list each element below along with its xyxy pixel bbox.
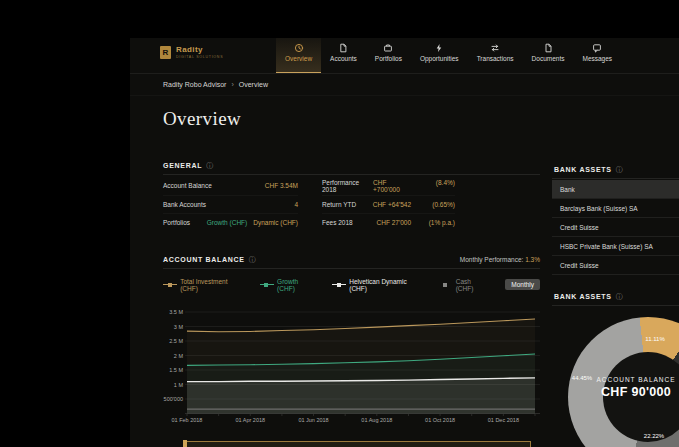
- row-label: Fees 2018: [322, 219, 353, 226]
- general-section-title: GENERAL: [163, 162, 202, 169]
- portfolio-dynamic-link[interactable]: Dynamic (CHF): [253, 219, 298, 226]
- legend-label: Cash (CHF): [456, 278, 489, 292]
- account-balance-line-chart: 3.5 M3 M2.5 M2 M1.5 M1 M500'00001 Feb 20…: [163, 302, 540, 427]
- general-row: Account Balance CHF 3.54M: [163, 177, 298, 196]
- tab-portfolios[interactable]: Portfolios: [366, 38, 411, 73]
- svg-text:01 Jun 2018: 01 Jun 2018: [298, 417, 328, 423]
- row-percent: (8.4%): [419, 179, 455, 193]
- divider: [163, 174, 540, 175]
- divider: [552, 305, 679, 306]
- portfolio-growth-link[interactable]: Growth (CHF): [207, 219, 247, 226]
- info-icon[interactable]: ⓘ: [616, 293, 623, 300]
- bank-list-item[interactable]: Credit Suisse: [552, 218, 679, 237]
- tab-overview[interactable]: Overview: [276, 38, 321, 73]
- svg-text:01 Dec 2018: 01 Dec 2018: [488, 417, 519, 423]
- tab-label: Opportunities: [420, 55, 459, 62]
- bank-list-item[interactable]: Barclays Bank (Suisse) SA: [552, 199, 679, 218]
- row-label: Portfolios: [163, 219, 190, 226]
- bank-list-item[interactable]: Bank: [552, 180, 679, 199]
- period-monthly-button[interactable]: Monthly: [505, 279, 540, 290]
- svg-text:2.5 M: 2.5 M: [169, 338, 183, 344]
- legend-label: Total Investment (CHF): [180, 278, 243, 292]
- svg-text:1 M: 1 M: [174, 382, 184, 388]
- row-label: Return YTD: [322, 201, 356, 208]
- svg-text:2 M: 2 M: [174, 353, 184, 359]
- general-row: Performance 2018 CHF +700'000(8.4%): [322, 177, 455, 196]
- info-icon[interactable]: ⓘ: [206, 162, 213, 169]
- tab-label: Accounts: [330, 55, 357, 62]
- chart-range-slider[interactable]: [183, 441, 531, 447]
- brand-name: Radity: [176, 45, 223, 54]
- legend-cash[interactable]: Cash (CHF): [439, 278, 489, 292]
- row-percent: (1% p.a.): [417, 219, 455, 226]
- right-sidebar: BANK ASSETS ⓘ Bank Barclays Bank (Suisse…: [552, 38, 679, 447]
- breadcrumb-root[interactable]: Radity Robo Advisor: [163, 81, 226, 88]
- row-label: Performance 2018: [322, 179, 373, 193]
- info-icon[interactable]: ⓘ: [616, 166, 623, 173]
- breadcrumb-separator: ›: [231, 81, 233, 88]
- tab-transactions[interactable]: Transactions: [468, 38, 523, 73]
- line-marker-icon: [260, 282, 273, 287]
- monthly-performance-value: 1.3%: [525, 256, 540, 263]
- briefcase-icon: [383, 43, 393, 53]
- row-label: Bank Accounts: [163, 201, 206, 208]
- file-icon: [338, 43, 348, 53]
- legend-label: Helvetican Dynamic (CHF): [349, 278, 421, 292]
- row-label: Account Balance: [163, 182, 212, 189]
- swap-arrows-icon: [490, 43, 500, 53]
- svg-text:01 Aug 2018: 01 Aug 2018: [361, 417, 392, 423]
- svg-text:3.5 M: 3.5 M: [169, 309, 183, 315]
- general-row: Fees 2018 CHF 27'000(1% p.a.): [322, 214, 455, 232]
- svg-text:01 Oct 2018: 01 Oct 2018: [425, 417, 455, 423]
- general-row: Return YTD CHF +64'542(0.65%): [322, 196, 455, 215]
- line-marker-icon: [332, 282, 345, 287]
- tab-label: Overview: [285, 55, 312, 62]
- row-value: CHF 27'000: [377, 219, 411, 226]
- legend-label: Growth (CHF): [277, 278, 315, 292]
- monthly-performance-label: Monthly Performance:: [460, 256, 524, 263]
- row-value: CHF +700'000: [373, 179, 413, 193]
- bank-assets-chart-section: BANK ASSETS ⓘ: [552, 291, 679, 306]
- page-title: Overview: [163, 108, 241, 130]
- bank-assets-list-section: BANK ASSETS ⓘ Bank Barclays Bank (Suisse…: [552, 164, 679, 275]
- row-value: CHF +64'542: [373, 201, 411, 208]
- general-section: GENERAL ⓘ Account Balance CHF 3.54M Bank…: [163, 160, 540, 232]
- account-balance-section: ACCOUNT BALANCE ⓘ Monthly Performance: 1…: [163, 254, 540, 427]
- breadcrumb-current: Overview: [239, 81, 268, 88]
- dashboard-panel: R Radity DIGITAL SOLUTIONS Overview Acco…: [130, 38, 679, 447]
- info-icon[interactable]: ⓘ: [249, 256, 256, 263]
- svg-text:01 Feb 2018: 01 Feb 2018: [172, 417, 203, 423]
- svg-text:500'000: 500'000: [164, 396, 183, 402]
- divider: [163, 268, 540, 269]
- slider-handle-icon[interactable]: [183, 440, 187, 447]
- legend-helvetican-dynamic[interactable]: Helvetican Dynamic (CHF): [332, 278, 422, 292]
- legend-total-investment[interactable]: Total Investment (CHF): [163, 278, 243, 292]
- tab-accounts[interactable]: Accounts: [321, 38, 366, 73]
- lightning-icon: [434, 43, 444, 53]
- line-marker-icon: [163, 282, 176, 287]
- tab-label: Transactions: [477, 55, 514, 62]
- clock-icon: [294, 43, 304, 53]
- row-value: 4: [294, 201, 298, 208]
- bank-assets-chart-title: BANK ASSETS: [554, 293, 612, 300]
- row-percent: (0.65%): [417, 201, 455, 208]
- legend-growth[interactable]: Growth (CHF): [260, 278, 315, 292]
- bank-list-item[interactable]: Credit Suisse: [552, 256, 679, 275]
- general-row: Portfolios Growth (CHF) Dynamic (CHF): [163, 214, 298, 232]
- tab-opportunities[interactable]: Opportunities: [411, 38, 468, 73]
- square-marker-icon: [439, 282, 452, 287]
- brand-tagline: DIGITAL SOLUTIONS: [176, 55, 223, 59]
- bank-assets-title: BANK ASSETS: [554, 166, 612, 173]
- brand-text: Radity DIGITAL SOLUTIONS: [176, 45, 223, 59]
- general-grid: Account Balance CHF 3.54M Bank Accounts …: [163, 177, 540, 232]
- chart-legend: Total Investment (CHF) Growth (CHF) Helv…: [163, 278, 540, 291]
- svg-text:3 M: 3 M: [174, 324, 184, 330]
- general-row: Bank Accounts 4: [163, 196, 298, 215]
- bank-list-item[interactable]: HSBC Private Bank (Suisse) SA: [552, 237, 679, 256]
- svg-text:01 Apr 2018: 01 Apr 2018: [235, 417, 265, 423]
- tab-label: Portfolios: [375, 55, 402, 62]
- monthly-performance: Monthly Performance: 1.3%: [460, 256, 540, 263]
- bank-list: Bank Barclays Bank (Suisse) SA Credit Su…: [552, 180, 679, 275]
- account-balance-title: ACCOUNT BALANCE: [163, 256, 245, 263]
- brand-logo[interactable]: R Radity DIGITAL SOLUTIONS: [160, 45, 223, 59]
